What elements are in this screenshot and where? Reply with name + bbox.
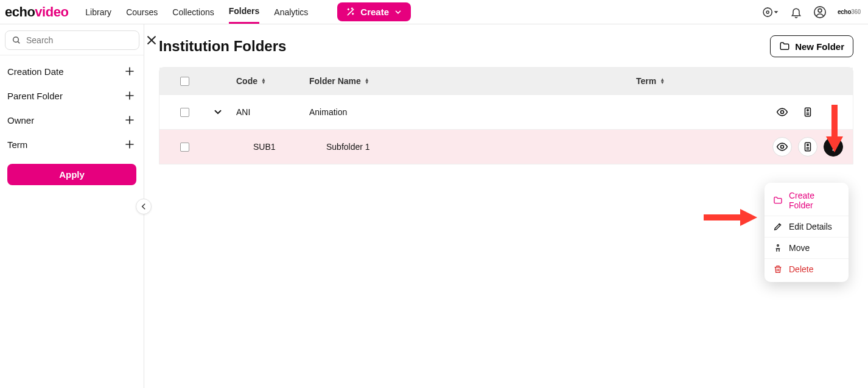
svg-point-24 [781,146,784,149]
table-header: Code ▲▼ Folder Name ▲▼ Term ▲▼ [159,68,853,94]
row-checkbox[interactable] [180,143,189,152]
more-icon[interactable] [824,102,843,122]
menu-label: Edit Details [789,222,832,231]
cell-name: Animation [309,107,347,117]
menu-delete[interactable]: Delete [765,259,849,280]
plus-icon [124,66,135,77]
menu-move[interactable]: Move [765,238,849,259]
svg-line-5 [18,41,19,43]
svg-point-0 [766,10,769,13]
svg-point-3 [818,9,822,12]
row-checkbox[interactable] [180,108,189,117]
sort-icon: ▲▼ [365,78,369,84]
filter-term[interactable]: Term [0,132,144,157]
filter-label: Owner [7,115,34,125]
svg-point-4 [13,37,19,43]
filter-list: Creation Date Parent Folder Owner Term [0,55,144,164]
new-folder-button[interactable]: New Folder [770,35,853,57]
filter-sidebar: Creation Date Parent Folder Owner Term A… [0,24,144,388]
svg-point-32 [777,245,779,247]
apply-button[interactable]: Apply [7,164,136,185]
search-box[interactable] [5,30,139,50]
table-row: ANI Animation [159,94,853,129]
sort-icon: ▲▼ [660,78,665,84]
topbar: echovideo Library Courses Collections Fo… [0,0,868,24]
main-panel: Institution Folders New Folder Code ▲▼ F… [144,24,868,388]
user-icon[interactable] [813,5,827,19]
svg-point-16 [781,111,784,114]
menu-create-folder[interactable]: Create Folder [765,185,849,216]
settings-icon[interactable] [762,6,779,18]
cell-code: SUB1 [253,142,276,152]
new-folder-label: New Folder [795,41,844,52]
page-title: Institution Folders [159,38,286,55]
create-button[interactable]: Create [337,2,411,21]
svg-marker-38 [740,209,757,226]
folder-icon [779,41,790,52]
svg-rect-37 [704,214,740,220]
plus-icon [124,115,135,125]
context-menu: Create Folder Edit Details Move Delete [765,183,849,282]
select-all-checkbox[interactable] [180,77,189,86]
badge-icon[interactable] [798,137,817,157]
brand-echo: echo [5,4,35,20]
svg-point-18 [807,110,808,111]
create-label: Create [360,7,389,17]
view-icon[interactable] [772,137,792,157]
nav-links: Library Courses Collections Folders Anal… [85,0,411,24]
chevron-down-icon [394,8,402,16]
search-icon [12,35,21,45]
mini-logo[interactable]: echo360 [838,9,861,15]
svg-point-29 [833,143,835,144]
svg-point-23 [833,115,835,116]
menu-label: Move [789,243,810,253]
svg-point-30 [833,146,835,148]
trash-icon [773,264,783,274]
menu-label: Create Folder [789,191,840,210]
header-term[interactable]: Term ▲▼ [636,76,758,86]
nav-collections[interactable]: Collections [172,1,214,23]
menu-label: Delete [789,264,813,274]
folder-icon [773,196,783,205]
filter-owner[interactable]: Owner [0,108,144,132]
folders-table: Code ▲▼ Folder Name ▲▼ Term ▲▼ [159,67,853,164]
header-folder-name[interactable]: Folder Name ▲▼ [309,76,636,86]
topbar-right: echo360 [762,5,861,19]
nav-library[interactable]: Library [85,1,111,23]
header-code[interactable]: Code ▲▼ [236,76,309,86]
filter-label: Term [7,139,27,150]
plus-icon [124,139,135,150]
svg-marker-1 [774,11,779,13]
svg-point-21 [833,108,835,110]
nav-analytics[interactable]: Analytics [274,1,308,23]
svg-point-22 [833,111,835,113]
badge-icon[interactable] [798,102,817,122]
search-input[interactable] [26,35,133,45]
brand-video: video [35,4,68,20]
move-icon [773,243,783,253]
svg-point-31 [833,149,835,151]
cell-name: Subfolder 1 [326,142,370,152]
menu-edit-details[interactable]: Edit Details [765,216,849,238]
sort-icon: ▲▼ [261,78,266,84]
chevron-down-icon[interactable] [212,107,223,118]
table-row: SUB1 Subfolder 1 [159,129,853,164]
cell-code: ANI [236,107,250,117]
filter-label: Parent Folder [7,91,63,101]
pencil-icon [773,222,783,231]
wand-icon [346,7,355,17]
filter-label: Creation Date [7,66,64,77]
brand-logo[interactable]: echovideo [5,4,68,20]
filter-parent-folder[interactable]: Parent Folder [0,83,144,108]
annotation-arrow-right [704,207,758,228]
plus-icon [124,90,135,101]
filter-creation-date[interactable]: Creation Date [0,59,144,83]
bell-icon[interactable] [790,6,802,18]
more-icon[interactable] [824,137,843,157]
nav-courses[interactable]: Courses [126,1,158,23]
view-icon[interactable] [772,102,792,122]
nav-folders[interactable]: Folders [229,0,260,24]
svg-point-26 [807,144,808,146]
